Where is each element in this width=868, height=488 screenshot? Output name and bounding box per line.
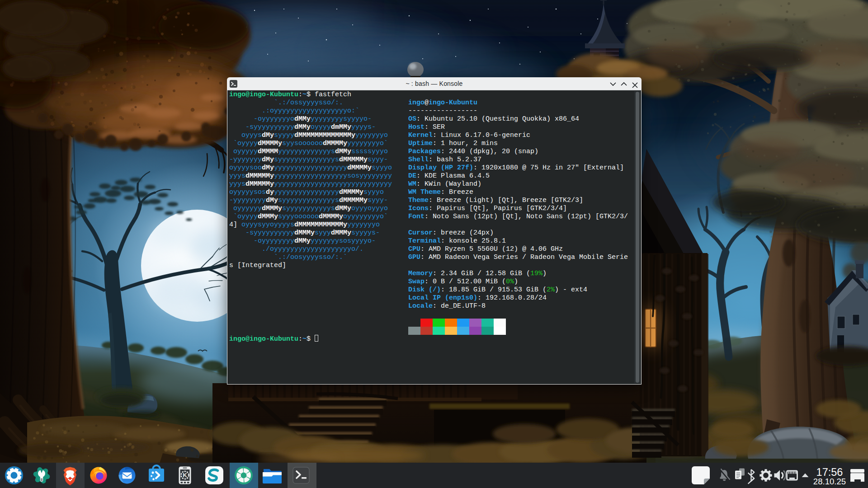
svg-text:K: K	[183, 472, 187, 479]
svg-text:28.10.25: 28.10.25	[813, 477, 846, 486]
svg-text:17:56: 17:56	[816, 466, 843, 478]
